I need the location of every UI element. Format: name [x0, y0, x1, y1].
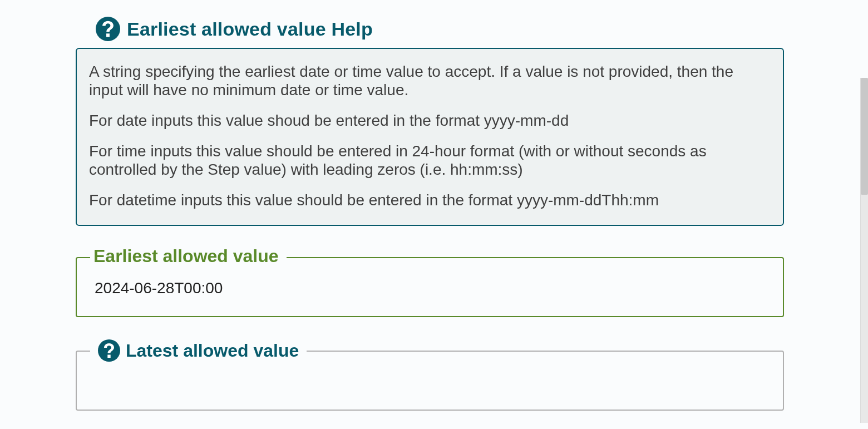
field-legend: Earliest allowed value: [90, 246, 287, 267]
help-heading-text: Earliest allowed value Help: [127, 18, 373, 40]
form-page: Earliest allowed value Help A string spe…: [0, 0, 868, 429]
help-paragraph: A string specifying the earliest date or…: [89, 62, 771, 99]
help-paragraph: For datetime inputs this value should be…: [89, 191, 771, 209]
earliest-allowed-value-input[interactable]: [95, 275, 765, 302]
latest-allowed-value-input[interactable]: [95, 368, 765, 395]
question-circle-icon[interactable]: [98, 339, 120, 362]
scrollbar-thumb[interactable]: [861, 78, 868, 195]
help-paragraph: For date inputs this value shoud be ente…: [89, 111, 771, 130]
scrollbar-track[interactable]: [860, 78, 868, 423]
field-legend: Latest allowed value: [90, 339, 307, 362]
field-label: Earliest allowed value: [93, 246, 279, 267]
field-label: Latest allowed value: [126, 341, 299, 361]
latest-allowed-value-field: Latest allowed value: [76, 351, 784, 411]
help-panel: A string specifying the earliest date or…: [76, 48, 784, 226]
help-heading: Earliest allowed value Help: [96, 17, 373, 41]
help-paragraph: For time inputs this value should be ent…: [89, 142, 771, 179]
question-circle-icon[interactable]: [96, 17, 120, 41]
earliest-allowed-value-field: Earliest allowed value: [76, 257, 784, 317]
